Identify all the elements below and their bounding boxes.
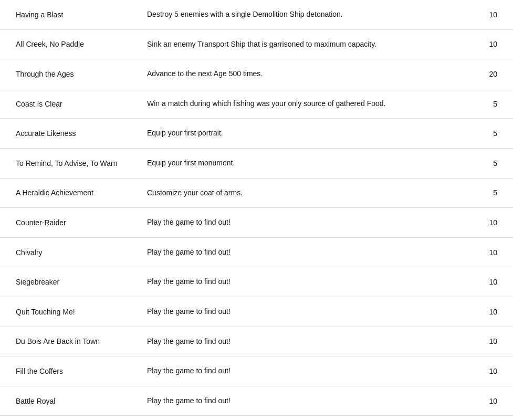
achievement-description: Destroy 5 enemies with a single Demoliti… — [137, 0, 471, 29]
achievement-description: Equip your first portrait. — [137, 119, 471, 149]
achievement-points: 10 — [471, 327, 513, 356]
achievement-points: 10 — [471, 386, 513, 416]
achievement-description: Play the game to find out! — [137, 297, 471, 327]
table-row: Fill the CoffersPlay the game to find ou… — [0, 356, 513, 386]
table-row: Du Bois Are Back in TownPlay the game to… — [0, 327, 513, 356]
achievement-description: Equip your first monument. — [137, 148, 471, 178]
table-row: Battle RoyalPlay the game to find out!10 — [0, 386, 513, 416]
achievement-description: Play the game to find out! — [137, 416, 471, 420]
achievement-name: Careful Cannons — [0, 416, 137, 420]
achievement-points: 10 — [471, 297, 513, 327]
table-row: Coast Is ClearWin a match during which f… — [0, 89, 513, 119]
achievements-container: Having a BlastDestroy 5 enemies with a s… — [0, 0, 513, 420]
table-row: Through the AgesAdvance to the next Age … — [0, 59, 513, 89]
achievement-description: Win a match during which fishing was you… — [137, 89, 471, 119]
table-row: All Creek, No PaddleSink an enemy Transp… — [0, 29, 513, 59]
table-row: A Heraldic AchievementCustomize your coa… — [0, 178, 513, 208]
achievement-name: Accurate Likeness — [0, 119, 137, 149]
table-row: Careful CannonsPlay the game to find out… — [0, 416, 513, 420]
achievement-name: Du Bois Are Back in Town — [0, 327, 137, 356]
achievement-name: Chivalry — [0, 237, 137, 267]
achievement-description: Customize your coat of arms. — [137, 178, 471, 208]
table-row: SiegebreakerPlay the game to find out!10 — [0, 267, 513, 297]
achievement-name: Siegebreaker — [0, 267, 137, 297]
achievement-description: Play the game to find out! — [137, 208, 471, 238]
achievement-name: Through the Ages — [0, 59, 137, 89]
achievement-name: Coast Is Clear — [0, 89, 137, 119]
achievement-name: A Heraldic Achievement — [0, 178, 137, 208]
table-row: Quit Touching Me!Play the game to find o… — [0, 297, 513, 327]
achievement-name: Battle Royal — [0, 386, 137, 416]
table-row: Counter-RaiderPlay the game to find out!… — [0, 208, 513, 238]
achievement-points: 10 — [471, 267, 513, 297]
achievement-description: Play the game to find out! — [137, 386, 471, 416]
table-row: Accurate LikenessEquip your first portra… — [0, 119, 513, 149]
achievements-table: Having a BlastDestroy 5 enemies with a s… — [0, 0, 513, 420]
achievement-points: 10 — [471, 29, 513, 59]
achievement-description: Play the game to find out! — [137, 356, 471, 386]
achievement-description: Advance to the next Age 500 times. — [137, 59, 471, 89]
achievement-name: Quit Touching Me! — [0, 297, 137, 327]
achievement-description: Sink an enemy Transport Ship that is gar… — [137, 29, 471, 59]
achievement-name: All Creek, No Paddle — [0, 29, 137, 59]
achievement-name: To Remind, To Advise, To Warn — [0, 148, 137, 178]
achievement-name: Fill the Coffers — [0, 356, 137, 386]
table-row: Having a BlastDestroy 5 enemies with a s… — [0, 0, 513, 29]
achievement-points: 10 — [471, 356, 513, 386]
achievement-points: 20 — [471, 59, 513, 89]
achievement-points: 10 — [471, 208, 513, 238]
achievement-name: Having a Blast — [0, 0, 137, 29]
achievement-description: Play the game to find out! — [137, 267, 471, 297]
achievement-points: 5 — [471, 178, 513, 208]
achievement-points: 10 — [471, 416, 513, 420]
achievement-points: 5 — [471, 89, 513, 119]
achievement-name: Counter-Raider — [0, 208, 137, 238]
achievement-points: 5 — [471, 119, 513, 149]
table-row: ChivalryPlay the game to find out!10 — [0, 237, 513, 267]
achievement-points: 10 — [471, 0, 513, 29]
achievement-points: 5 — [471, 148, 513, 178]
achievement-points: 10 — [471, 237, 513, 267]
table-row: To Remind, To Advise, To WarnEquip your … — [0, 148, 513, 178]
achievement-description: Play the game to find out! — [137, 237, 471, 267]
achievement-description: Play the game to find out! — [137, 327, 471, 356]
